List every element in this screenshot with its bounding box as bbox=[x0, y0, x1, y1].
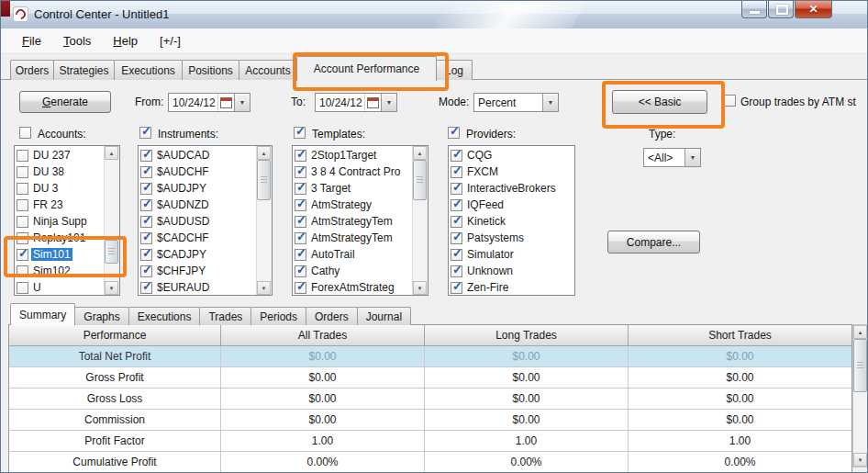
providers-filter-checkbox[interactable] bbox=[448, 127, 460, 139]
group-trades-label[interactable]: Group trades by ATM st bbox=[740, 96, 865, 108]
template-list-item[interactable]: 3 8 4 Contract Pro bbox=[293, 163, 413, 180]
instrument-list-item[interactable]: $AUDNZD bbox=[139, 197, 257, 213]
column-header[interactable]: All Trades bbox=[221, 325, 425, 346]
account-list-item[interactable]: DU 237 bbox=[15, 147, 105, 163]
checkbox-icon[interactable] bbox=[140, 282, 152, 294]
checkbox-icon[interactable] bbox=[295, 232, 306, 244]
basic-button[interactable]: << Basic bbox=[612, 90, 707, 114]
instrument-list-item[interactable]: $CADCHF bbox=[139, 230, 257, 246]
title-bar[interactable]: Control Center - Untitled1 bbox=[1, 1, 867, 29]
subtab-orders[interactable]: Orders bbox=[306, 307, 358, 325]
provider-list-item[interactable]: Kinetick bbox=[449, 213, 574, 230]
table-scrollbar[interactable] bbox=[852, 324, 868, 467]
instrument-list-item[interactable]: $AUDJPY bbox=[139, 180, 257, 197]
template-list-item[interactable]: Cathy bbox=[293, 263, 413, 279]
account-list-item-sim101[interactable]: Sim101 bbox=[15, 246, 105, 263]
template-list-item[interactable]: 2Stop1Target bbox=[293, 147, 413, 163]
table-row[interactable]: Profit Factor 1.00 1.00 1.00 bbox=[9, 431, 851, 452]
checkbox-icon[interactable] bbox=[295, 249, 306, 261]
scrollbar-thumb[interactable] bbox=[853, 339, 867, 392]
checkbox-icon[interactable] bbox=[295, 166, 306, 178]
template-list-item[interactable]: AtmStrategyTem bbox=[293, 230, 413, 246]
table-row[interactable]: Total Net Profit $0.00 $0.00 $0.00 bbox=[9, 346, 851, 367]
tab-log[interactable]: Log bbox=[436, 60, 473, 80]
menu-tools[interactable]: Tools bbox=[53, 31, 101, 51]
compare-button[interactable]: Compare... bbox=[607, 231, 700, 253]
checkbox-icon[interactable] bbox=[17, 183, 28, 195]
checkbox-icon[interactable] bbox=[451, 249, 462, 261]
scrollbar-thumb[interactable] bbox=[257, 160, 271, 200]
checkbox-icon[interactable] bbox=[451, 150, 462, 162]
mode-dropdown-icon[interactable] bbox=[542, 94, 558, 111]
provider-list-item[interactable]: Patsystems bbox=[449, 230, 574, 246]
instrument-list-item[interactable]: $CADJPY bbox=[139, 246, 257, 263]
subtab-executions[interactable]: Executions bbox=[128, 307, 201, 325]
checkbox-icon[interactable] bbox=[17, 199, 28, 211]
group-trades-checkbox[interactable] bbox=[724, 95, 736, 107]
template-list-item[interactable]: 3 Target bbox=[293, 180, 413, 197]
checkbox-icon[interactable] bbox=[17, 216, 28, 228]
checkbox-icon[interactable] bbox=[140, 265, 152, 277]
column-header[interactable]: Long Trades bbox=[425, 325, 629, 346]
accounts-scrollbar[interactable] bbox=[104, 146, 119, 295]
account-list-item[interactable]: Replay101 bbox=[15, 230, 105, 246]
tab-orders[interactable]: Orders bbox=[10, 60, 54, 80]
menu-expand-collapse[interactable]: [+/-] bbox=[150, 31, 191, 51]
close-button[interactable] bbox=[795, 1, 832, 18]
template-list-item[interactable]: ForexAtmStrateg bbox=[293, 279, 413, 296]
instrument-list-item[interactable]: $AUDCAD bbox=[139, 147, 257, 163]
checkbox-icon[interactable] bbox=[451, 232, 462, 244]
checkbox-icon[interactable] bbox=[295, 199, 306, 211]
checkbox-icon[interactable] bbox=[17, 150, 28, 162]
checkbox-icon[interactable] bbox=[451, 166, 462, 178]
templates-filter-checkbox[interactable] bbox=[294, 127, 306, 139]
scroll-down-icon[interactable] bbox=[105, 281, 118, 295]
scroll-down-icon[interactable] bbox=[853, 453, 867, 467]
table-row[interactable]: Cumulative Profit 0.00% 0.00% 0.00% bbox=[9, 452, 851, 473]
checkbox-icon[interactable] bbox=[295, 216, 306, 228]
scrollbar-thumb[interactable] bbox=[413, 160, 427, 200]
checkbox-icon[interactable] bbox=[140, 150, 152, 162]
provider-list-item[interactable]: IQFeed bbox=[449, 197, 574, 213]
from-calendar-icon[interactable] bbox=[217, 94, 234, 111]
account-list-item[interactable]: DU 38 bbox=[15, 163, 105, 180]
provider-list-item[interactable]: CQG bbox=[449, 147, 574, 163]
checkbox-icon[interactable] bbox=[451, 183, 462, 195]
type-dropdown-icon[interactable] bbox=[684, 149, 700, 166]
tab-positions[interactable]: Positions bbox=[182, 60, 239, 80]
scrollbar-thumb[interactable] bbox=[105, 240, 118, 264]
menu-help[interactable]: Help bbox=[103, 31, 148, 51]
scroll-down-icon[interactable] bbox=[257, 281, 271, 295]
provider-list-item[interactable]: FXCM bbox=[449, 163, 574, 180]
checkbox-icon[interactable] bbox=[295, 282, 306, 294]
tab-account-performance[interactable]: Account Performance bbox=[296, 56, 437, 81]
checkbox-icon[interactable] bbox=[140, 216, 152, 228]
scroll-down-icon[interactable] bbox=[413, 281, 427, 295]
instruments-scrollbar[interactable] bbox=[256, 146, 272, 295]
from-date-picker[interactable]: 10/24/12 bbox=[168, 93, 250, 112]
checkbox-icon[interactable] bbox=[295, 183, 306, 195]
table-row[interactable]: Gross Profit $0.00 $0.00 $0.00 bbox=[9, 367, 851, 389]
table-row[interactable]: Gross Loss $0.00 $0.00 $0.00 bbox=[9, 389, 851, 410]
template-list-item[interactable]: AtmStrategy bbox=[293, 197, 413, 213]
template-list-item[interactable]: AtmStrategyTem bbox=[293, 213, 413, 230]
tab-strategies[interactable]: Strategies bbox=[53, 60, 115, 80]
checkbox-icon[interactable] bbox=[451, 216, 462, 228]
accounts-filter-checkbox[interactable] bbox=[19, 127, 31, 139]
checkbox-icon[interactable] bbox=[451, 282, 462, 294]
subtab-journal[interactable]: Journal bbox=[357, 307, 411, 325]
to-dropdown-icon[interactable] bbox=[381, 94, 396, 111]
provider-list-item[interactable]: InteractiveBrokers bbox=[449, 180, 574, 197]
tab-executions[interactable]: Executions bbox=[114, 60, 183, 80]
tab-accounts[interactable]: Accounts bbox=[239, 60, 297, 80]
account-list-item[interactable]: DU 3 bbox=[15, 180, 105, 197]
instrument-list-item[interactable]: $AUDCHF bbox=[139, 163, 257, 180]
to-date-picker[interactable]: 10/24/12 bbox=[315, 93, 397, 112]
subtab-trades[interactable]: Trades bbox=[199, 307, 251, 325]
checkbox-icon[interactable] bbox=[295, 265, 306, 277]
menu-file[interactable]: File bbox=[12, 31, 51, 51]
scroll-up-icon[interactable] bbox=[105, 146, 118, 160]
checkbox-icon[interactable] bbox=[140, 183, 152, 195]
template-list-item[interactable]: AutoTrail bbox=[293, 246, 413, 263]
checkbox-icon[interactable] bbox=[140, 249, 152, 261]
